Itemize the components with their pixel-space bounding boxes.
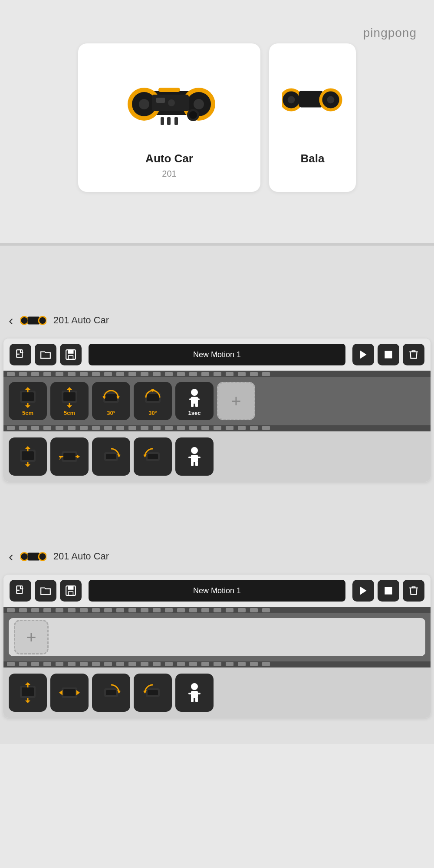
svg-point-18 bbox=[288, 96, 295, 104]
action-row-2 bbox=[3, 667, 431, 718]
film-hole bbox=[226, 372, 233, 376]
action2-move-fb[interactable] bbox=[9, 674, 47, 712]
film-hole bbox=[141, 662, 148, 666]
film-hole bbox=[153, 372, 161, 376]
svg-rect-59 bbox=[191, 403, 194, 407]
film-hole bbox=[214, 372, 221, 376]
open-button-2[interactable] bbox=[35, 580, 56, 602]
frame-rotate-left[interactable]: 30° bbox=[92, 382, 130, 420]
film-hole bbox=[116, 426, 124, 430]
motion-section-2: ‹ 201 Auto Car New Motion 1 bbox=[0, 534, 434, 727]
svg-marker-46 bbox=[67, 405, 72, 408]
film-hole bbox=[68, 662, 76, 666]
svg-point-9 bbox=[168, 99, 175, 106]
film-hole bbox=[189, 426, 197, 430]
film-hole bbox=[250, 372, 258, 376]
nav-title-1: 201 Auto Car bbox=[53, 315, 109, 326]
film-hole bbox=[68, 426, 76, 430]
add-frame-button-1[interactable]: + bbox=[217, 382, 255, 420]
action-move-lr-icon bbox=[58, 445, 81, 468]
action2-rotate-ccw[interactable] bbox=[134, 674, 172, 712]
film-hole bbox=[201, 608, 209, 612]
frame-move-backward[interactable]: 5cm bbox=[50, 382, 89, 420]
film-hole bbox=[177, 662, 185, 666]
save-button-2[interactable] bbox=[60, 580, 82, 602]
save-button-1[interactable] bbox=[60, 344, 82, 365]
svg-marker-96 bbox=[360, 586, 366, 595]
bottom-spacer bbox=[0, 727, 434, 744]
stop-button-1[interactable] bbox=[378, 344, 399, 365]
delete-button-2[interactable] bbox=[403, 580, 424, 602]
film-hole bbox=[189, 372, 197, 376]
film-hole bbox=[19, 372, 27, 376]
action-person[interactable] bbox=[175, 437, 214, 476]
film-hole bbox=[262, 608, 270, 612]
toolbar-1: New Motion 1 bbox=[3, 339, 431, 371]
svg-marker-40 bbox=[25, 405, 30, 408]
nav-robot-thumb-1 bbox=[20, 311, 46, 330]
svg-point-7 bbox=[194, 99, 204, 109]
robot-card-autocar[interactable]: Auto Car 201 bbox=[78, 43, 260, 192]
motion-title-2[interactable]: New Motion 1 bbox=[89, 580, 345, 602]
film-hole bbox=[92, 662, 100, 666]
action2-rotate-cw[interactable] bbox=[92, 674, 130, 712]
stop-icon bbox=[383, 349, 394, 360]
svg-rect-1 bbox=[158, 88, 180, 92]
action-move-fb[interactable] bbox=[9, 437, 47, 476]
frame-rotate-right[interactable]: 30° bbox=[134, 382, 172, 420]
back-button-1[interactable]: ‹ bbox=[9, 312, 13, 329]
action-rotate-cw[interactable] bbox=[92, 437, 130, 476]
film-hole bbox=[68, 372, 76, 376]
svg-rect-84 bbox=[191, 461, 194, 466]
new-button-2[interactable] bbox=[10, 580, 31, 602]
film-hole bbox=[104, 608, 112, 612]
svg-rect-112 bbox=[148, 690, 158, 695]
film-hole bbox=[116, 372, 124, 376]
action2-move-lr-icon bbox=[58, 681, 81, 704]
action-rotate-ccw-icon bbox=[141, 445, 164, 468]
play-button-1[interactable] bbox=[352, 344, 374, 365]
add-frame-button-2[interactable]: + bbox=[14, 620, 49, 654]
film-hole bbox=[153, 662, 161, 666]
save-icon-2 bbox=[65, 585, 76, 596]
frame-label-5: 1sec bbox=[188, 410, 201, 416]
nav-robot-thumb-2 bbox=[20, 547, 46, 566]
robot-card-bala[interactable]: Bala bbox=[269, 43, 356, 192]
back-button-2[interactable]: ‹ bbox=[9, 549, 13, 565]
robot-image bbox=[122, 56, 217, 143]
svg-marker-70 bbox=[59, 455, 62, 460]
svg-rect-91 bbox=[16, 586, 22, 593]
action2-person-icon bbox=[183, 681, 206, 704]
film-hole bbox=[68, 608, 76, 612]
svg-rect-82 bbox=[188, 457, 192, 458]
delete-button-1[interactable] bbox=[403, 344, 424, 365]
svg-rect-36 bbox=[22, 392, 34, 401]
film-hole bbox=[104, 372, 112, 376]
plus-icon-2: + bbox=[26, 628, 36, 646]
stop-button-2[interactable] bbox=[378, 580, 399, 602]
open-button-1[interactable] bbox=[35, 344, 56, 365]
film-hole bbox=[56, 426, 63, 430]
frame-label-3: 30° bbox=[107, 410, 115, 416]
motion-panel-2: New Motion 1 bbox=[3, 575, 431, 718]
film-hole bbox=[238, 372, 246, 376]
action-rotate-ccw[interactable] bbox=[134, 437, 172, 476]
frame-move-forward[interactable]: 5cm bbox=[9, 382, 47, 420]
action2-person[interactable] bbox=[175, 674, 214, 712]
svg-rect-83 bbox=[197, 457, 201, 458]
play-button-2[interactable] bbox=[352, 580, 374, 602]
film-hole bbox=[31, 426, 39, 430]
action2-move-lr[interactable] bbox=[50, 674, 89, 712]
frame-wait[interactable]: 1sec bbox=[175, 382, 214, 420]
film-hole bbox=[116, 662, 124, 666]
new-button-1[interactable] bbox=[10, 344, 31, 365]
action-rotate-cw-icon bbox=[100, 445, 122, 468]
film-hole bbox=[189, 662, 197, 666]
svg-rect-32 bbox=[69, 355, 73, 359]
motion-title-1[interactable]: New Motion 1 bbox=[89, 344, 345, 365]
film-hole bbox=[153, 426, 161, 430]
svg-rect-115 bbox=[191, 691, 198, 698]
film-hole bbox=[141, 608, 148, 612]
action-move-lr[interactable] bbox=[50, 437, 89, 476]
film-hole bbox=[165, 608, 173, 612]
